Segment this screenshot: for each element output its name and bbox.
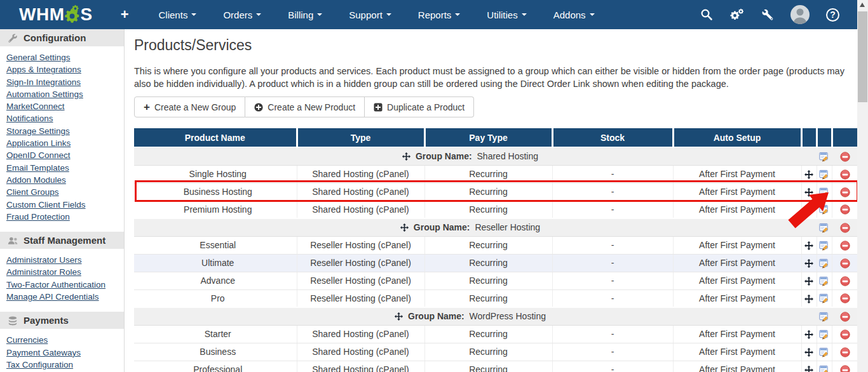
- help-icon[interactable]: ?: [826, 8, 839, 22]
- delete-icon[interactable]: [840, 258, 850, 269]
- gears-icon[interactable]: [729, 8, 745, 21]
- nav-item-addons[interactable]: Addons: [540, 0, 608, 29]
- move-icon[interactable]: [804, 295, 813, 303]
- edit-icon[interactable]: [819, 365, 829, 372]
- sidebar-section: Configuration General SettingsApps & Int…: [0, 29, 124, 232]
- sidebar-item-administrator-roles[interactable]: Administrator Roles: [6, 266, 124, 278]
- move-icon[interactable]: [804, 366, 813, 372]
- wrench-icon[interactable]: [761, 8, 774, 21]
- nav-item-reports[interactable]: Reports: [405, 0, 474, 29]
- create-a-new-product-button[interactable]: Create a New Product: [245, 96, 365, 117]
- move-icon[interactable]: [804, 259, 813, 268]
- delete-icon[interactable]: [840, 187, 850, 197]
- user-avatar[interactable]: [790, 5, 810, 24]
- sidebar-item-apps-integrations[interactable]: Apps & Integrations: [6, 63, 124, 76]
- sidebar-item-automation-settings[interactable]: Automation Settings: [6, 88, 124, 100]
- sidebar-item-custom-client-fields[interactable]: Custom Client Fields: [6, 199, 124, 211]
- sidebar-item-manage-api-credentials[interactable]: Manage API Credentials: [6, 291, 124, 303]
- sidebar-item-currencies[interactable]: Currencies: [6, 334, 124, 346]
- scrollbar-thumb[interactable]: [858, 11, 867, 102]
- delete-icon[interactable]: [840, 276, 850, 286]
- nav-item-billing[interactable]: Billing: [275, 0, 336, 29]
- group-label-prefix: Group Name:: [408, 311, 467, 321]
- duplicate-a-product-button[interactable]: Duplicate a Product: [365, 96, 474, 117]
- edit-icon[interactable]: [819, 347, 829, 357]
- pay-type-cell: Recurring: [424, 236, 552, 254]
- stock-cell: -: [552, 289, 673, 307]
- users-icon: [8, 236, 18, 246]
- move-icon[interactable]: [395, 312, 403, 321]
- edit-icon[interactable]: [819, 329, 829, 340]
- sidebar-item-sign-in-integrations[interactable]: Sign-In Integrations: [6, 76, 124, 88]
- delete-icon[interactable]: [840, 293, 850, 303]
- move-icon[interactable]: [804, 188, 813, 197]
- edit-icon[interactable]: [819, 204, 829, 215]
- sidebar-section: Staff Management Administrator UsersAdmi…: [0, 232, 124, 312]
- pay-type-cell: Recurring: [424, 361, 552, 372]
- move-icon[interactable]: [804, 277, 813, 286]
- sidebar-item-email-templates[interactable]: Email Templates: [6, 162, 124, 174]
- create-a-new-group-button[interactable]: +Create a New Group: [134, 96, 245, 117]
- auto-setup-cell: After First Payment: [673, 343, 801, 361]
- delete-icon[interactable]: [840, 152, 850, 162]
- scrollbar-up-arrow-icon[interactable]: [860, 3, 865, 7]
- vertical-scrollbar[interactable]: [857, 0, 868, 372]
- delete-icon[interactable]: [840, 204, 850, 215]
- sidebar-section-title: Payments: [24, 315, 69, 326]
- move-icon[interactable]: [400, 223, 409, 232]
- nav-item-support[interactable]: Support: [336, 0, 405, 29]
- sidebar-item-administrator-users[interactable]: Administrator Users: [6, 254, 124, 266]
- delete-icon[interactable]: [840, 223, 850, 233]
- pay-type-cell: Recurring: [424, 343, 552, 361]
- sidebar-item-client-groups[interactable]: Client Groups: [6, 186, 124, 198]
- sidebar-item-two-factor-authentication[interactable]: Two-Factor Authentication: [6, 279, 124, 291]
- delete-icon[interactable]: [840, 347, 850, 357]
- group-label-prefix: Group Name:: [416, 151, 475, 161]
- sidebar-item-general-settings[interactable]: General Settings: [6, 51, 124, 63]
- edit-icon[interactable]: [819, 152, 829, 162]
- delete-icon[interactable]: [840, 169, 850, 180]
- move-icon[interactable]: [804, 206, 813, 215]
- sidebar-item-notifications[interactable]: Notifications: [6, 112, 124, 124]
- edit-icon[interactable]: [819, 223, 829, 233]
- sidebar-item-fraud-protection[interactable]: Fraud Protection: [6, 211, 124, 223]
- delete-icon[interactable]: [840, 329, 850, 340]
- edit-icon[interactable]: [819, 169, 829, 180]
- delete-icon[interactable]: [840, 365, 850, 372]
- edit-icon[interactable]: [819, 276, 829, 286]
- sidebar-item-openid-connect[interactable]: OpenID Connect: [6, 149, 124, 161]
- sidebar-item-marketconnect[interactable]: MarketConnect: [6, 100, 124, 112]
- action-button-group: +Create a New GroupCreate a New ProductD…: [134, 96, 474, 117]
- edit-icon[interactable]: [819, 258, 829, 269]
- delete-icon[interactable]: [840, 241, 850, 251]
- auto-setup-cell: After First Payment: [673, 236, 801, 254]
- product-type-cell: Reseller Hosting (cPanel): [297, 289, 424, 307]
- sidebar-item-storage-settings[interactable]: Storage Settings: [6, 125, 124, 137]
- nav-item-orders[interactable]: Orders: [210, 0, 275, 29]
- sidebar-item-application-links[interactable]: Application Links: [6, 137, 124, 149]
- move-icon[interactable]: [804, 170, 813, 179]
- product-name-cell: Essential: [134, 236, 297, 254]
- move-icon[interactable]: [804, 348, 813, 357]
- nav-item-utilities[interactable]: Utilities: [473, 0, 539, 29]
- sidebar-section: Payments CurrenciesPayment GatewaysTax C…: [0, 312, 124, 372]
- delete-icon[interactable]: [840, 312, 850, 322]
- sidebar-item-payment-gateways[interactable]: Payment Gateways: [6, 347, 124, 359]
- edit-icon[interactable]: [819, 241, 829, 251]
- auto-setup-cell: After First Payment: [673, 183, 801, 201]
- move-icon[interactable]: [804, 241, 813, 250]
- product-name-cell: Single Hosting: [134, 165, 297, 183]
- edit-icon[interactable]: [819, 312, 829, 322]
- stock-cell: -: [552, 254, 673, 272]
- quick-add-button[interactable]: +: [121, 6, 129, 23]
- whmcs-logo[interactable]: WHM S: [19, 6, 93, 23]
- sidebar-item-addon-modules[interactable]: Addon Modules: [6, 174, 124, 186]
- product-name-cell: Business: [134, 343, 297, 361]
- search-icon[interactable]: [700, 8, 713, 21]
- move-icon[interactable]: [804, 330, 813, 339]
- sidebar-item-tax-configuration[interactable]: Tax Configuration: [6, 359, 124, 371]
- nav-item-clients[interactable]: Clients: [146, 0, 210, 29]
- edit-icon[interactable]: [819, 293, 829, 303]
- edit-icon[interactable]: [819, 187, 829, 197]
- move-icon[interactable]: [402, 152, 410, 161]
